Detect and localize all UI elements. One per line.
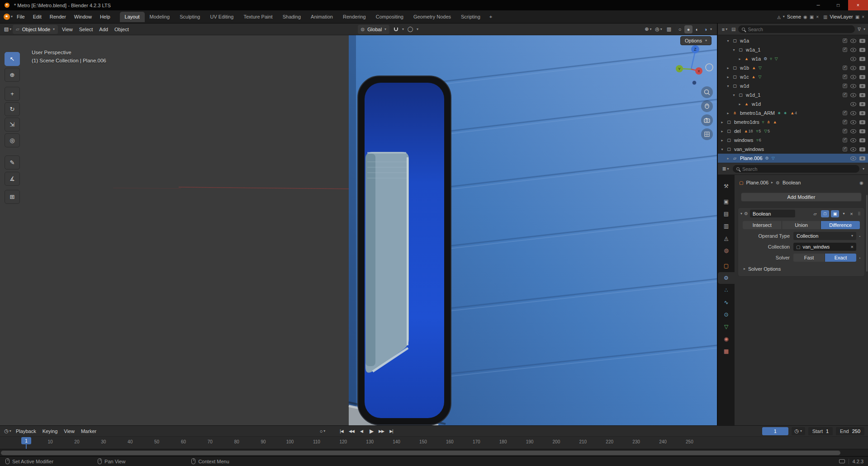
viewport-menu-object[interactable]: Object [111, 27, 132, 32]
perspective-toggle-button[interactable] [701, 128, 713, 140]
outliner-options-chevron-icon[interactable]: ▾ [863, 28, 865, 31]
unlink-scene-icon[interactable]: × [816, 14, 819, 19]
operation-intersect-button[interactable]: Intersect [743, 221, 782, 229]
camera-icon[interactable] [859, 111, 865, 115]
outliner-item-w1b[interactable]: ▸▢w1b▲▽ [718, 63, 868, 72]
chevron-right-icon[interactable]: ▸ [726, 75, 730, 79]
operation-difference-button[interactable]: Difference [821, 221, 860, 229]
tool-cursor[interactable]: ⊕ [5, 68, 20, 82]
collection-field[interactable]: ▢ van_windws × [793, 243, 856, 251]
chevron-down-icon[interactable]: ▾ [726, 39, 730, 43]
checkbox-icon[interactable] [843, 138, 847, 142]
close-button[interactable]: × [848, 0, 868, 10]
menu-file[interactable]: File [13, 14, 29, 19]
viewport-menu-view[interactable]: View [59, 27, 76, 32]
breadcrumb-modifier[interactable]: Boolean [783, 180, 801, 185]
modifier-extras-chevron-icon[interactable]: ▾ [841, 212, 847, 216]
outliner-search[interactable] [738, 25, 855, 33]
animate-decorator-icon[interactable]: • [858, 234, 862, 238]
scrollbar-handle[interactable] [1, 451, 840, 455]
snap-toggle-button[interactable] [392, 25, 400, 34]
end-frame-field[interactable]: End 250 [836, 427, 864, 435]
timeline-ruler[interactable]: 1 11020304050607080901001101201301401501… [0, 437, 868, 449]
maximize-button[interactable]: □ [828, 0, 848, 10]
solver-exact-button[interactable]: Exact [825, 254, 856, 262]
editor-type-viewport-button[interactable]: ▧ ▾ [4, 25, 12, 34]
mode-dropdown[interactable]: ▱ Object Mode ▾ [13, 25, 58, 34]
properties-tab-scene[interactable]: ◬ [718, 232, 735, 244]
tool-tweak-select[interactable]: ↖ [5, 52, 20, 66]
shading-material-button[interactable]: ◐ [693, 25, 701, 33]
outliner-search-input[interactable] [748, 27, 851, 32]
properties-search-input[interactable] [742, 166, 856, 172]
viewport-canvas[interactable] [0, 24, 717, 425]
eye-icon[interactable] [850, 138, 856, 142]
properties-tab-tool[interactable]: ⚒ [718, 180, 735, 192]
proportional-editing-button[interactable]: ◯ [406, 25, 414, 34]
properties-tab-texture[interactable]: ▦ [718, 345, 735, 357]
checkbox-icon[interactable] [843, 66, 847, 70]
chevron-right-icon[interactable]: ▸ [720, 138, 725, 142]
camera-icon[interactable] [859, 129, 865, 133]
current-frame-field[interactable]: 1 [762, 427, 788, 435]
checkbox-icon[interactable] [843, 147, 847, 151]
workspace-tab-rendering[interactable]: Rendering [338, 12, 371, 22]
jump-to-end-button[interactable]: ▶| [387, 427, 396, 436]
chevron-down-icon[interactable]: ▾ [731, 48, 736, 52]
chevron-down-icon[interactable]: ▾ [740, 212, 742, 216]
pan-hand-button[interactable] [701, 100, 713, 112]
viewlayer-selector[interactable]: ▥ ViewLayer ▣ × [823, 14, 864, 19]
tool-rotate[interactable]: ↻ [5, 102, 20, 116]
camera-icon[interactable] [859, 48, 865, 52]
jump-to-start-button[interactable]: |◀ [337, 427, 346, 436]
eye-icon[interactable] [850, 156, 856, 160]
solver-fast-button[interactable]: Fast [793, 254, 825, 262]
camera-icon[interactable] [859, 156, 865, 160]
outliner-item-w1d[interactable]: ▾▢w1d [718, 81, 868, 90]
animate-decorator-icon[interactable]: • [858, 256, 862, 260]
shading-rendered-button[interactable]: ◑ [702, 25, 710, 33]
tool-move[interactable]: + [5, 87, 20, 101]
workspace-tab-compositing[interactable]: Compositing [371, 12, 408, 22]
outliner-item-w1a[interactable]: ▸▲w1a⚙▿▽ [718, 54, 868, 63]
shading-solid-button[interactable]: ● [684, 25, 693, 33]
properties-tab-particles[interactable]: ∴ [718, 284, 735, 296]
checkbox-icon[interactable] [843, 93, 847, 97]
camera-icon[interactable] [859, 84, 865, 88]
properties-tab-render[interactable]: ▣ [718, 196, 735, 207]
start-frame-field[interactable]: Start 1 [808, 427, 833, 435]
outliner-item-w1d[interactable]: ▸▲w1d [718, 99, 868, 108]
checkbox-icon[interactable] [843, 111, 847, 115]
chevron-right-icon[interactable]: ▸ [737, 102, 742, 106]
timeline-menu-playback[interactable]: Playback [13, 428, 39, 434]
add-modifier-button[interactable]: Add Modifier [741, 193, 862, 202]
chevron-right-icon[interactable]: ▸ [726, 66, 730, 70]
eye-icon[interactable] [850, 75, 856, 79]
workspace-tab-layout[interactable]: Layout [120, 12, 145, 22]
properties-scrollbar[interactable] [866, 195, 868, 272]
tool-measure[interactable]: ∡ [5, 172, 20, 186]
properties-tab-physics[interactable]: ∿ [718, 297, 735, 308]
tool-transform[interactable]: ◎ [5, 133, 20, 147]
properties-tab-world[interactable]: ◍ [718, 245, 735, 256]
editor-type-outliner-button[interactable]: ≡ ▾ [721, 25, 729, 34]
viewport-menu-select[interactable]: Select [76, 27, 96, 32]
auto-keying-toggle[interactable]: ○ ▾ [318, 427, 327, 436]
outliner-item-bmetro1drs[interactable]: ▸▢bmetro1drs▿⋔▲ [718, 118, 868, 127]
workspace-tab-geometry-nodes[interactable]: Geometry Nodes [408, 12, 456, 22]
checkbox-icon[interactable] [843, 75, 847, 79]
jump-to-prev-keyframe-button[interactable]: ◀◀ [347, 427, 356, 436]
shading-chevron-icon[interactable]: ▾ [710, 28, 712, 31]
outliner-item-w1a[interactable]: ▾▢w1a [718, 36, 868, 45]
eye-icon[interactable] [850, 39, 856, 43]
edit-mode-toggle[interactable]: ▱ [811, 210, 819, 217]
workspace-tab-texture-paint[interactable]: Texture Paint [238, 12, 277, 22]
play-button[interactable]: ▶ [367, 427, 376, 436]
camera-icon[interactable] [859, 39, 865, 43]
checkbox-icon[interactable] [843, 129, 847, 133]
modifier-name-field[interactable] [750, 210, 795, 217]
operation-union-button[interactable]: Union [782, 221, 821, 229]
menu-help[interactable]: Help [96, 14, 114, 19]
chevron-right-icon[interactable]: ▸ [720, 120, 725, 124]
clear-collection-icon[interactable]: × [851, 244, 854, 249]
